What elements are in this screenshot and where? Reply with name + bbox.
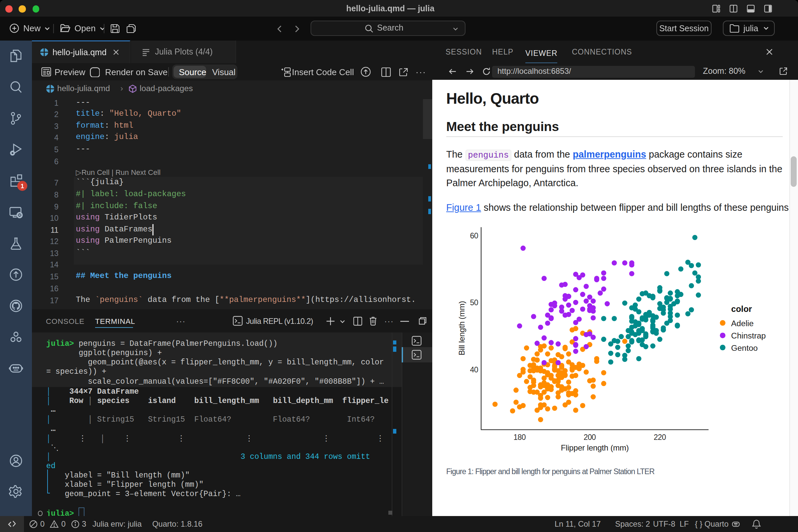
svg-text:50: 50 <box>470 298 478 307</box>
svg-text:color: color <box>731 304 752 314</box>
svg-text:220: 220 <box>654 433 666 441</box>
svg-text:Bill length (mm): Bill length (mm) <box>457 301 466 356</box>
svg-text:200: 200 <box>584 433 596 441</box>
svg-text:60: 60 <box>470 231 478 240</box>
svg-text:Chinstrap: Chinstrap <box>731 331 766 340</box>
svg-text:40: 40 <box>470 365 478 374</box>
svg-text:180: 180 <box>513 433 526 441</box>
svg-text:Adelie: Adelie <box>731 319 754 328</box>
svg-text:Flipper length (mm): Flipper length (mm) <box>561 443 629 452</box>
svg-text:Gentoo: Gentoo <box>731 343 758 353</box>
